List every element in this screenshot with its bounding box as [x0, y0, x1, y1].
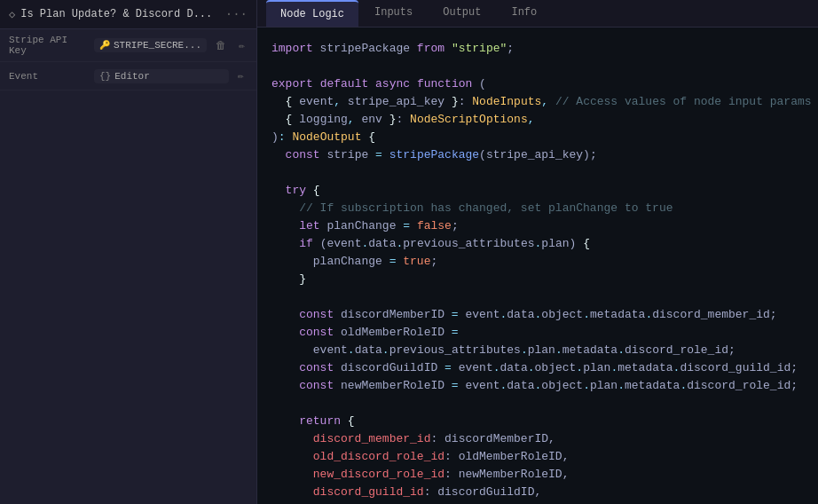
code-line-23: discord_member_id: discordMemberID, — [257, 430, 818, 448]
braces-icon: {} — [99, 71, 111, 82]
code-line-blank-3 — [257, 288, 818, 306]
code-line-13: planChange = true; — [257, 253, 818, 271]
code-line-14: } — [257, 271, 818, 288]
edit-stripe-key-button[interactable]: ✏ — [235, 37, 248, 54]
key-icon: 🔑 — [99, 40, 110, 51]
tab-node-logic[interactable]: Node Logic — [266, 0, 358, 27]
code-line-19: const discordGuildID = event.data.object… — [257, 359, 818, 377]
code-line-4: { event, stripe_api_key }: NodeInputs, /… — [257, 93, 818, 111]
code-line-blank-4 — [257, 395, 818, 413]
code-line-24: old_discord_role_id: oldMemberRoleID, — [257, 448, 818, 466]
edit-event-button[interactable]: ✏ — [234, 67, 248, 84]
code-line-9: try { — [257, 182, 818, 200]
delete-stripe-key-button[interactable]: 🗑 — [212, 37, 230, 54]
code-line-6: ): NodeOutput { — [257, 129, 818, 146]
code-line-20: const newMemberRoleID = event.data.objec… — [257, 377, 818, 395]
code-line-blank-1 — [257, 58, 818, 75]
code-line-5: { logging, env }: NodeScriptOptions, — [257, 111, 818, 129]
code-line-10: // If subscription has changed, set plan… — [257, 200, 818, 217]
code-line-11: let planChange = false; — [257, 217, 818, 235]
left-panel: ◇ Is Plan Update? & Discord D... ··· Str… — [0, 0, 257, 504]
code-editor[interactable]: import stripePackage from "stripe"; expo… — [257, 28, 818, 504]
code-line-22: return { — [257, 413, 818, 430]
stripe-api-key-text: STRIPE_SECRE... — [114, 40, 201, 51]
tab-info[interactable]: Info — [497, 0, 551, 27]
stripe-api-key-field: Stripe API Key 🔑 STRIPE_SECRE... 🗑 ✏ — [0, 29, 256, 62]
node-icon: ◇ — [9, 8, 15, 21]
code-line-26: discord_guild_id: discordGuildID, — [257, 484, 818, 501]
more-options-button[interactable]: ··· — [225, 7, 248, 21]
tab-inputs[interactable]: Inputs — [360, 0, 427, 27]
panel-header: ◇ Is Plan Update? & Discord D... ··· — [0, 0, 256, 29]
event-field: Event {} Editor ✏ — [0, 62, 256, 91]
code-line-1: import stripePackage from "stripe"; — [257, 40, 818, 58]
code-line-17: const oldMemberRoleID = — [257, 324, 818, 342]
stripe-api-key-value[interactable]: 🔑 STRIPE_SECRE... — [94, 38, 207, 52]
code-line-12: if (event.data.previous_attributes.plan)… — [257, 235, 818, 253]
code-line-7: const stripe = stripePackage(stripe_api_… — [257, 146, 818, 164]
right-panel: Node Logic Inputs Output Info import str… — [257, 0, 818, 504]
code-line-25: new_discord_role_id: newMemberRoleID, — [257, 466, 818, 484]
code-line-18: event.data.previous_attributes.plan.meta… — [257, 342, 818, 359]
event-editor-badge[interactable]: {} Editor — [94, 69, 229, 83]
event-label: Event — [9, 71, 89, 82]
event-editor-text: Editor — [114, 71, 150, 82]
panel-title: Is Plan Update? & Discord D... — [20, 8, 220, 20]
stripe-api-key-label: Stripe API Key — [9, 35, 89, 56]
code-line-blank-2 — [257, 164, 818, 182]
code-line-16: const discordMemberID = event.data.objec… — [257, 306, 818, 324]
tabs-bar: Node Logic Inputs Output Info — [257, 0, 818, 28]
tab-output[interactable]: Output — [429, 0, 495, 27]
code-line-3: export default async function ( — [257, 75, 818, 93]
